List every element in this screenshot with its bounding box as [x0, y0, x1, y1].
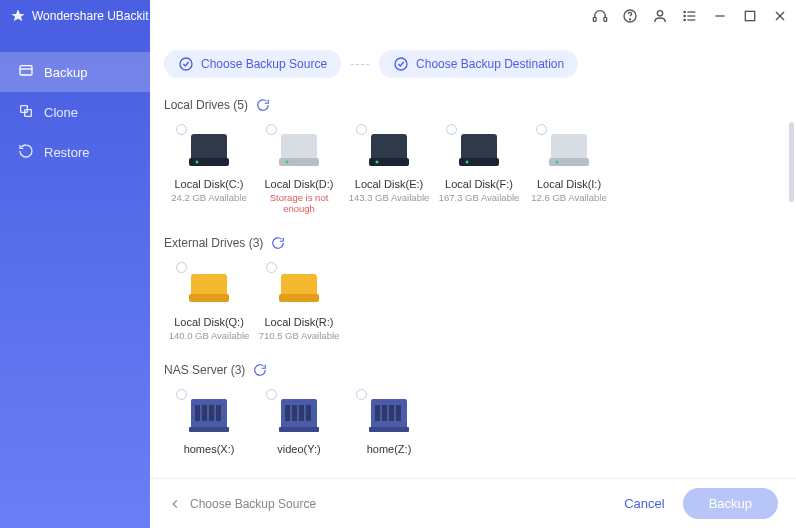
- svg-rect-24: [279, 158, 319, 166]
- sidebar: BackupCloneRestore: [0, 32, 150, 528]
- sidebar-item-clone[interactable]: Clone: [0, 92, 150, 132]
- refresh-icon[interactable]: [253, 363, 267, 377]
- radio-icon[interactable]: [266, 124, 277, 135]
- drive-item[interactable]: Local Disk(R:) 710.5 GB Available: [254, 260, 344, 355]
- help-icon[interactable]: [622, 8, 638, 24]
- drive-icon: [275, 393, 323, 437]
- minimize-icon[interactable]: [712, 8, 728, 24]
- step-label: Choose Backup Destination: [416, 57, 564, 71]
- svg-rect-40: [189, 427, 229, 432]
- radio-icon[interactable]: [266, 262, 277, 273]
- backup-icon: [18, 63, 34, 82]
- chevron-left-icon: [168, 497, 182, 511]
- user-icon[interactable]: [652, 8, 668, 24]
- drive-item[interactable]: home(Z:): [344, 387, 434, 471]
- step-choose-source[interactable]: Choose Backup Source: [164, 50, 341, 78]
- drive-name: home(Z:): [367, 443, 412, 455]
- radio-icon[interactable]: [266, 389, 277, 400]
- drive-item[interactable]: Local Disk(F:) 167.3 GB Available: [434, 122, 524, 228]
- svg-point-34: [556, 161, 559, 164]
- close-icon[interactable]: [772, 8, 788, 24]
- drive-icon: [365, 393, 413, 437]
- radio-icon[interactable]: [446, 124, 457, 135]
- svg-rect-44: [216, 405, 221, 421]
- drive-item[interactable]: Local Disk(D:) Storage is not enough: [254, 122, 344, 228]
- check-circle-icon: [178, 56, 194, 72]
- clone-icon: [18, 103, 34, 122]
- radio-icon[interactable]: [356, 389, 367, 400]
- svg-rect-42: [202, 405, 207, 421]
- drive-item[interactable]: video(Y:): [254, 387, 344, 471]
- drive-name: Local Disk(D:): [264, 178, 333, 190]
- titlebar: Wondershare UBackit: [0, 0, 796, 32]
- footer-hint: Choose Backup Source: [168, 497, 316, 511]
- svg-rect-32: [551, 134, 587, 162]
- svg-rect-36: [189, 294, 229, 302]
- drive-grid: homes(X:) video(Y:) home(Z:): [164, 387, 782, 471]
- drive-item[interactable]: Local Disk(C:) 24.2 GB Available: [164, 122, 254, 228]
- svg-rect-27: [369, 158, 409, 166]
- section-title: Local Drives (5): [164, 98, 248, 112]
- sidebar-item-restore[interactable]: Restore: [0, 132, 150, 172]
- svg-rect-33: [549, 158, 589, 166]
- menu-list-icon[interactable]: [682, 8, 698, 24]
- drive-item[interactable]: Local Disk(Q:) 140.0 GB Available: [164, 260, 254, 355]
- svg-rect-47: [285, 405, 290, 421]
- drive-subtext: 12.6 GB Available: [531, 192, 606, 203]
- drive-icon: [455, 128, 503, 172]
- app-title: Wondershare UBackit: [32, 9, 149, 23]
- step-choose-destination[interactable]: Choose Backup Destination: [379, 50, 578, 78]
- svg-rect-56: [396, 405, 401, 421]
- cancel-button[interactable]: Cancel: [624, 496, 664, 511]
- svg-rect-52: [369, 427, 409, 432]
- refresh-icon[interactable]: [271, 236, 285, 250]
- drive-name: Local Disk(C:): [174, 178, 243, 190]
- backup-button[interactable]: Backup: [683, 488, 778, 519]
- drive-subtext: 140.0 GB Available: [169, 330, 250, 341]
- radio-icon[interactable]: [176, 262, 187, 273]
- drive-name: video(Y:): [277, 443, 320, 455]
- svg-rect-46: [279, 427, 319, 432]
- maximize-icon[interactable]: [742, 8, 758, 24]
- svg-point-31: [466, 161, 469, 164]
- svg-rect-41: [195, 405, 200, 421]
- drive-scroll-area[interactable]: Local Drives (5) Local Disk(C:) 24.2 GB …: [150, 90, 796, 478]
- drive-item[interactable]: Local Disk(E:) 143.3 GB Available: [344, 122, 434, 228]
- svg-point-28: [376, 161, 379, 164]
- drive-name: Local Disk(E:): [355, 178, 423, 190]
- drive-name: Local Disk(R:): [264, 316, 333, 328]
- check-circle-icon: [393, 56, 409, 72]
- svg-rect-30: [459, 158, 499, 166]
- svg-rect-38: [279, 294, 319, 302]
- svg-rect-1: [604, 17, 607, 21]
- svg-rect-21: [189, 158, 229, 166]
- radio-icon[interactable]: [356, 124, 367, 135]
- headset-icon[interactable]: [592, 8, 608, 24]
- sidebar-item-backup[interactable]: Backup: [0, 52, 150, 92]
- wizard-steps: Choose Backup Source Choose Backup Desti…: [150, 32, 796, 90]
- svg-rect-49: [299, 405, 304, 421]
- radio-icon[interactable]: [176, 389, 187, 400]
- radio-icon[interactable]: [536, 124, 547, 135]
- svg-rect-15: [20, 65, 32, 74]
- svg-point-4: [657, 11, 662, 16]
- svg-rect-23: [281, 134, 317, 162]
- sidebar-item-label: Clone: [44, 105, 78, 120]
- svg-rect-12: [745, 11, 754, 20]
- refresh-icon[interactable]: [256, 98, 270, 112]
- svg-point-19: [395, 58, 407, 70]
- svg-rect-48: [292, 405, 297, 421]
- svg-point-9: [684, 15, 685, 16]
- drive-item[interactable]: homes(X:): [164, 387, 254, 471]
- drive-subtext: 24.2 GB Available: [171, 192, 246, 203]
- main: BackupCloneRestore Choose Backup Source …: [0, 32, 796, 528]
- content: Choose Backup Source Choose Backup Desti…: [150, 32, 796, 528]
- svg-rect-26: [371, 134, 407, 162]
- drive-icon: [185, 266, 233, 310]
- footer-hint-label: Choose Backup Source: [190, 497, 316, 511]
- drive-subtext: 167.3 GB Available: [439, 192, 520, 203]
- scrollbar-thumb[interactable]: [789, 122, 794, 202]
- radio-icon[interactable]: [176, 124, 187, 135]
- section-head-external: External Drives (3): [164, 236, 782, 250]
- drive-item[interactable]: Local Disk(I:) 12.6 GB Available: [524, 122, 614, 228]
